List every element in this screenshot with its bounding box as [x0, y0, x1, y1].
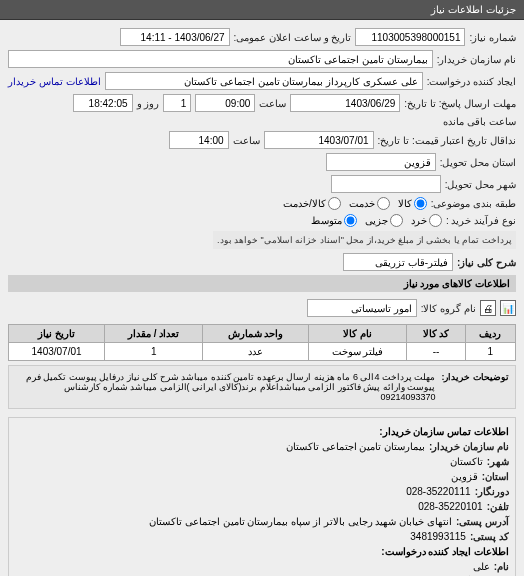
remain-days: 1	[163, 94, 191, 112]
remain-label: روز و	[137, 98, 160, 109]
province-label: استان:	[482, 471, 509, 482]
cell-qty: 1	[105, 343, 203, 361]
city-value	[331, 175, 441, 193]
goods-section-title: اطلاعات کالاهای مورد نیاز	[8, 275, 516, 292]
buyer-label: نام سازمان خریدار:	[437, 54, 516, 65]
radio-medium[interactable]	[390, 214, 403, 227]
cell-unit: عدد	[203, 343, 308, 361]
saat-label-1: ساعت	[259, 98, 286, 109]
response-date: 1403/06/29	[290, 94, 400, 112]
excel-icon[interactable]: 📊	[500, 300, 516, 316]
tel-label: تلفن:	[487, 501, 509, 512]
fax-label: دورنگار:	[475, 486, 509, 497]
th-unit: واحد شمارش	[203, 325, 308, 343]
request-number-label: شماره نیاز:	[469, 32, 516, 43]
method-label: نوع فرآیند خرید :	[446, 215, 516, 226]
contact-city-value: تاکستان	[450, 456, 483, 467]
category-radio-group: کالا خدمت کالا/خدمت	[283, 197, 427, 210]
name-label: نام:	[494, 561, 509, 572]
th-qty: تعداد / مقدار	[105, 325, 203, 343]
row-goods-group: 📊 🖨 نام گروه کالا: امور تاسیساتی	[8, 296, 516, 320]
th-code: کد کالا	[407, 325, 465, 343]
category-label: طبقه بندی موضوعی:	[431, 198, 516, 209]
radio-kala-label: کالا	[398, 198, 412, 209]
radio-high[interactable]	[344, 214, 357, 227]
row-subject: شرح کلی نیاز: فیلتر-قاب تزریقی	[8, 253, 516, 271]
req-creator-label: اطلاعات ایجاد کننده درخواست:	[15, 544, 509, 559]
main-content: شماره نیاز: 1103005398000151 تاریخ و ساع…	[0, 20, 524, 576]
radio-low[interactable]	[429, 214, 442, 227]
cell-name: فیلتر سوخت	[308, 343, 407, 361]
address-label: آدرس پستی:	[456, 516, 509, 527]
contact-city-label: شهر:	[487, 456, 509, 467]
desc-text: مهلت پرداخت 4الی 6 ماه هزینه ارسال برعهد…	[15, 372, 436, 402]
name-value: علی	[473, 561, 490, 572]
creator-label: ایجاد کننده درخواست:	[427, 76, 516, 87]
row-city: شهر محل تحویل:	[8, 175, 516, 193]
table-row[interactable]: 1 -- فیلتر سوخت عدد 1 1403/07/01	[9, 343, 516, 361]
radio-both-label: کالا/خدمت	[283, 198, 326, 209]
remain-time: 18:42:05	[73, 94, 133, 112]
radio-high-label: متوسط	[311, 215, 342, 226]
place-value: قزوین	[326, 153, 436, 171]
postal-label: کد پستی:	[470, 531, 509, 542]
request-number-value: 1103005398000151	[355, 28, 465, 46]
radio-both[interactable]	[328, 197, 341, 210]
announce-label: تاریخ و ساعت اعلان عمومی:	[234, 32, 352, 43]
remain-suffix: ساعت باقی مانده	[443, 116, 516, 127]
tel-value: 028-35220101	[418, 501, 483, 512]
row-category: طبقه بندی موضوعی: کالا خدمت کالا/خدمت	[8, 197, 516, 210]
print-icon[interactable]: 🖨	[480, 300, 496, 316]
address-value: انتهای خیابان شهید رجایی بالاتر از سپاه …	[149, 516, 452, 527]
th-date: تاریخ نیاز	[9, 325, 105, 343]
announce-value: 1403/06/27 - 14:11	[120, 28, 230, 46]
page-header: جزئیات اطلاعات نیاز	[0, 0, 524, 20]
place-label: استان محل تحویل:	[440, 157, 516, 168]
subject-value: فیلتر-قاب تزریقی	[343, 253, 453, 271]
valid-date: 1403/07/01	[264, 131, 374, 149]
th-num: ردیف	[465, 325, 515, 343]
row-request-number: شماره نیاز: 1103005398000151 تاریخ و ساع…	[8, 28, 516, 46]
radio-low-label: خرد	[411, 215, 427, 226]
goods-table: ردیف کد کالا نام کالا واحد شمارش تعداد /…	[8, 324, 516, 361]
buyer-description-row: توضیحات خریدار: مهلت پرداخت 4الی 6 ماه ه…	[8, 365, 516, 409]
radio-medium-label: جزیی	[365, 215, 388, 226]
creator-value: علی عسکری کارپرداز بیمارستان تامین اجتما…	[105, 72, 423, 90]
org-label: نام سازمان خریدار:	[429, 441, 509, 452]
row-place: استان محل تحویل: قزوین	[8, 153, 516, 171]
row-valid-deadline: نداقال تاریخ اعتبار قیمت: تا تاریخ: 1403…	[8, 131, 516, 149]
goods-group-label: نام گروه کالا:	[421, 303, 476, 314]
row-method: نوع فرآیند خرید : خرد جزیی متوسط پرداخت …	[8, 214, 516, 249]
fax-value: 028-35220111	[406, 486, 471, 497]
valid-label: نداقال تاریخ اعتبار قیمت: تا تاریخ:	[378, 135, 516, 146]
radio-khedmat-label: خدمت	[349, 198, 375, 209]
contact-link[interactable]: اطلاعات تماس خریدار	[8, 76, 101, 87]
row-buyer: نام سازمان خریدار: بیمارستان تامین اجتما…	[8, 50, 516, 68]
buyer-value: بیمارستان تامین اجتماعی تاکستان	[8, 50, 433, 68]
goods-group-value: امور تاسیساتی	[307, 299, 417, 317]
row-response-deadline: مهلت ارسال پاسخ: تا تاریخ: 1403/06/29 سا…	[8, 94, 516, 127]
toolbar: 📊 🖨	[480, 300, 516, 316]
city-label: شهر محل تحویل:	[445, 179, 516, 190]
payment-note: پرداخت تمام یا بخشی از مبلغ خرید،از محل …	[213, 231, 516, 249]
org-value: بیمارستان تامین اجتماعی تاکستان	[286, 441, 425, 452]
row-creator: ایجاد کننده درخواست: علی عسکری کارپرداز …	[8, 72, 516, 90]
radio-kala[interactable]	[414, 197, 427, 210]
contact-section-title: اطلاعات تماس سازمان خریدار:	[15, 424, 509, 439]
cell-code: --	[407, 343, 465, 361]
contact-info-box: اطلاعات تماس سازمان خریدار: نام سازمان خ…	[8, 417, 516, 576]
page-title: جزئیات اطلاعات نیاز	[431, 4, 516, 15]
table-header-row: ردیف کد کالا نام کالا واحد شمارش تعداد /…	[9, 325, 516, 343]
saat-label-2: ساعت	[233, 135, 260, 146]
response-time: 09:00	[195, 94, 255, 112]
method-radio-group: خرد جزیی متوسط	[311, 214, 442, 227]
desc-label: توضیحات خریدار:	[442, 372, 510, 402]
cell-date: 1403/07/01	[9, 343, 105, 361]
postal-value: 3481993115	[410, 531, 466, 542]
valid-time: 14:00	[169, 131, 229, 149]
province-value: قزوین	[451, 471, 478, 482]
response-deadline-label: مهلت ارسال پاسخ: تا تاریخ:	[404, 98, 516, 109]
radio-khedmat[interactable]	[377, 197, 390, 210]
th-name: نام کالا	[308, 325, 407, 343]
cell-num: 1	[465, 343, 515, 361]
